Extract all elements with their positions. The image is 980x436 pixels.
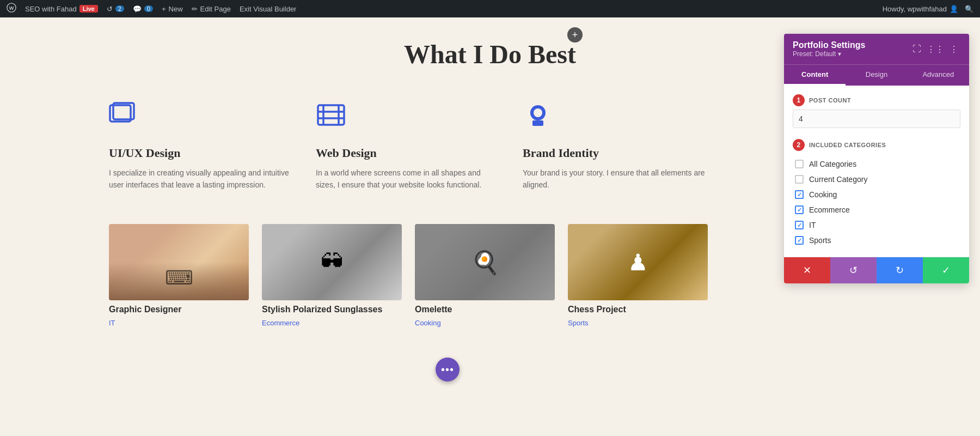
services-grid: UI/UX Design I specialize in creating vi…: [109, 102, 708, 191]
included-categories-label: 2 Included Categories: [793, 139, 960, 151]
tab-design[interactable]: Design: [846, 65, 907, 86]
portfolio-cat-0[interactable]: IT: [109, 319, 249, 327]
redo-button[interactable]: ↻: [877, 257, 923, 283]
webdesign-title: Web Design: [316, 146, 501, 160]
panel-title: Portfolio Settings: [793, 40, 865, 50]
edit-page-link[interactable]: ✏ Edit Page: [192, 5, 231, 13]
category-item-cooking[interactable]: Cooking: [793, 187, 960, 202]
portfolio-item-1: Stylish Polarized Sunglasses Ecommerce: [262, 224, 402, 327]
panel-preset[interactable]: Preset: Default ▾: [793, 50, 865, 58]
new-link[interactable]: + New: [162, 5, 183, 13]
panel-header-info: Portfolio Settings Preset: Default ▾: [793, 40, 865, 58]
portfolio-cat-2[interactable]: Cooking: [415, 319, 555, 327]
brand-icon: [523, 102, 708, 135]
step1-badge: 1: [793, 94, 805, 106]
panel-body: 1 Post Count 2 Included Categories All C…: [784, 86, 969, 257]
section-title: What I Do Best: [109, 39, 871, 69]
wp-logo-icon[interactable]: W: [7, 3, 16, 15]
category-item-ecommerce[interactable]: Ecommerce: [793, 202, 960, 217]
webdesign-icon: [316, 102, 501, 135]
user-greeting[interactable]: Howdy, wpwithfahad 👤: [883, 5, 958, 13]
service-item-uiux: UI/UX Design I specialize in creating vi…: [109, 102, 294, 191]
more-options-button[interactable]: ⋮: [947, 43, 960, 56]
portfolio-img-2: [415, 224, 555, 300]
webdesign-desc: In a world where screens come in all sha…: [316, 167, 501, 191]
category-checkbox-ecommerce[interactable]: [795, 205, 804, 214]
portfolio-img-0: [109, 224, 249, 300]
service-item-webdesign: Web Design In a world where screens come…: [316, 102, 501, 191]
site-name[interactable]: SEO with Fahad Live: [25, 5, 98, 13]
category-checkbox-it[interactable]: [795, 221, 804, 229]
portfolio-img-1: [262, 224, 402, 300]
admin-bar-right: Howdy, wpwithfahad 👤 🔍: [883, 5, 973, 13]
step2-badge: 2: [793, 139, 805, 151]
cancel-button[interactable]: ✕: [784, 257, 830, 283]
floating-menu-button[interactable]: •••: [436, 358, 460, 382]
admin-bar: W SEO with Fahad Live ↺ 2 💬 0 + New ✏ Ed…: [0, 0, 980, 17]
portfolio-settings-panel: Portfolio Settings Preset: Default ▾ ⛶ ⋮…: [784, 34, 969, 283]
panel-header: Portfolio Settings Preset: Default ▾ ⛶ ⋮…: [784, 34, 969, 64]
portfolio-img-3: [568, 224, 708, 300]
category-item-it[interactable]: IT: [793, 217, 960, 233]
category-checkbox-sports[interactable]: [795, 236, 804, 245]
uiux-desc: I specialize in creating visually appeal…: [109, 167, 294, 191]
panel-header-actions: ⛶ ⋮⋮ ⋮: [910, 43, 960, 56]
svg-rect-4: [318, 105, 344, 125]
save-button[interactable]: ✓: [923, 257, 969, 283]
portfolio-cat-1[interactable]: Ecommerce: [262, 319, 402, 327]
add-module-button[interactable]: +: [567, 27, 583, 43]
category-list: All Categories Current Category Cooking: [793, 156, 960, 248]
revisions-link[interactable]: ↺ 2: [107, 5, 124, 13]
categories-section: 2 Included Categories All Categories Cur…: [793, 139, 960, 248]
main-content: What I Do Best UI/UX Design I specialize…: [0, 17, 980, 436]
tab-advanced[interactable]: Advanced: [908, 65, 969, 86]
service-item-brand: Brand Identity Your brand is your story.…: [523, 102, 708, 191]
category-checkbox-cooking[interactable]: [795, 190, 804, 199]
post-count-label: 1 Post Count: [793, 94, 960, 106]
svg-text:W: W: [9, 5, 14, 11]
portfolio-grid: Graphic Designer IT Stylish Polarized Su…: [109, 224, 708, 327]
portfolio-title-1: Stylish Polarized Sunglasses: [262, 305, 402, 314]
panel-actions: ✕ ↺ ↻ ✓: [784, 257, 969, 283]
portfolio-title-2: Omelette: [415, 305, 555, 314]
live-badge: Live: [79, 5, 98, 13]
portfolio-title-0: Graphic Designer: [109, 305, 249, 314]
column-button[interactable]: ⋮⋮: [929, 43, 942, 56]
category-item-all[interactable]: All Categories: [793, 156, 960, 172]
portfolio-item-0: Graphic Designer IT: [109, 224, 249, 327]
exit-builder-link[interactable]: Exit Visual Builder: [240, 5, 297, 13]
search-admin-icon[interactable]: 🔍: [965, 5, 973, 13]
uiux-icon: [109, 102, 294, 135]
brand-title: Brand Identity: [523, 146, 708, 160]
portfolio-title-3: Chess Project: [568, 305, 708, 314]
undo-button[interactable]: ↺: [830, 257, 877, 283]
category-item-current[interactable]: Current Category: [793, 172, 960, 187]
svg-point-11: [534, 108, 542, 117]
brand-desc: Your brand is your story. I ensure that …: [523, 167, 708, 191]
svg-rect-10: [532, 120, 543, 126]
comments-link[interactable]: 💬 0: [133, 5, 153, 13]
post-count-input[interactable]: [793, 110, 960, 128]
uiux-title: UI/UX Design: [109, 146, 294, 160]
portfolio-cat-3[interactable]: Sports: [568, 319, 708, 327]
panel-tabs: Content Design Advanced: [784, 64, 969, 86]
portfolio-item-2: Omelette Cooking: [415, 224, 555, 327]
category-checkbox-all[interactable]: [795, 160, 804, 168]
category-checkbox-current[interactable]: [795, 175, 804, 184]
fullscreen-button[interactable]: ⛶: [910, 43, 923, 56]
tab-content[interactable]: Content: [784, 65, 846, 86]
portfolio-item-3: Chess Project Sports: [568, 224, 708, 327]
category-item-sports[interactable]: Sports: [793, 233, 960, 248]
